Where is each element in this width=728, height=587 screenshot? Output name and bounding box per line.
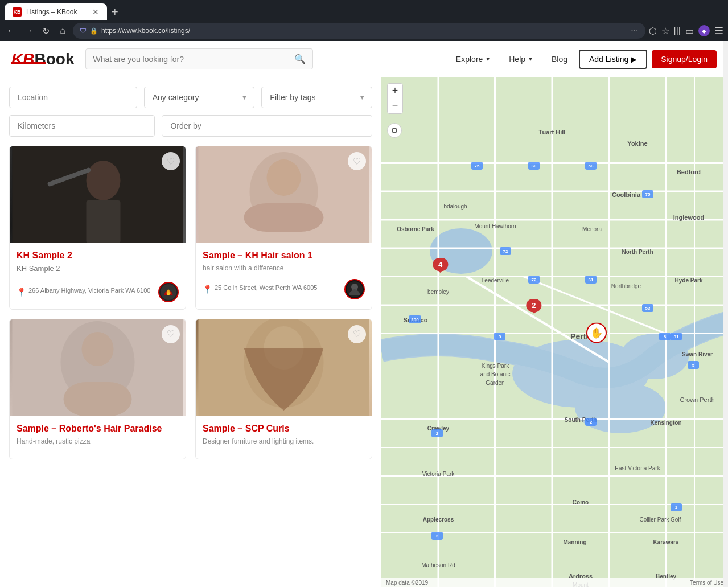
svg-text:61: 61	[589, 277, 594, 282]
marker-bubble-2: 2	[526, 299, 541, 312]
back-button[interactable]: ←	[5, 24, 18, 38]
left-panel: Any category Hair Salons Barbers Nail Sa…	[0, 77, 381, 587]
listing-card-1[interactable]: ♡ KH Sample 2 KH Sample 2 📍 266 Albany H…	[9, 146, 186, 310]
pocket-icon[interactable]: ⬡	[649, 26, 657, 36]
svg-rect-10	[244, 203, 324, 232]
signup-button[interactable]: Signup/Login	[652, 50, 717, 68]
tags-select-wrap[interactable]: Filter by tags Hair Beauty ▼	[261, 87, 372, 108]
svg-text:200: 200	[411, 317, 419, 322]
listing-address-text-1: 266 Albany Highway, Victoria Park WA 610…	[28, 287, 150, 294]
search-bar[interactable]: 🔍	[85, 48, 313, 69]
listing-card-2[interactable]: ♡ Sample – KH Hair salon 1 hair salon wi…	[195, 146, 372, 310]
help-arrow-icon: ▼	[528, 56, 533, 62]
map-container[interactable]: 75 60 56 75 72 72 61	[381, 77, 728, 587]
help-label: Help	[509, 55, 525, 64]
map-svg: 75 60 56 75 72 72 61	[381, 77, 728, 587]
listing-card-3[interactable]: ♡ Sample – Roberto's Hair Paradise Hand-…	[9, 319, 186, 459]
wishlist-button-4[interactable]: ♡	[348, 325, 366, 343]
tab-favicon: KB	[13, 7, 22, 17]
bookmark-icon[interactable]: ☆	[661, 26, 669, 36]
svg-text:Leederville: Leederville	[482, 277, 509, 284]
kilometers-input[interactable]	[9, 115, 155, 137]
search-icon[interactable]: 🔍	[294, 54, 306, 64]
toolbar-icons: ⬡ ☆ ||| ▭ ◆ ☰	[649, 24, 723, 37]
map-marker-4[interactable]: 4	[433, 258, 448, 271]
more-options-icon[interactable]: ···	[631, 26, 638, 36]
order-by-input[interactable]	[162, 115, 372, 137]
signup-label: Signup/Login	[661, 55, 708, 64]
svg-text:Yokine: Yokine	[627, 140, 647, 147]
category-select-wrap[interactable]: Any category Hair Salons Barbers Nail Sa…	[144, 87, 255, 108]
zoom-in-button[interactable]: +	[388, 84, 402, 98]
add-listing-arrow-icon: ▶	[631, 55, 637, 64]
browser-chrome: KB Listings – KBook ✕ + ← → ↻ ⌂ 🛡 🔒 http…	[0, 0, 728, 41]
filter-row-2	[9, 115, 372, 137]
svg-text:bdalough: bdalough	[443, 203, 467, 210]
lock-icon: 🔒	[90, 27, 98, 35]
browser-toolbar: ← → ↻ ⌂ 🛡 🔒 https://www.kbook.co/listing…	[0, 20, 728, 41]
blog-nav-item[interactable]: Blog	[545, 50, 574, 68]
search-input[interactable]	[93, 55, 290, 64]
svg-rect-15	[64, 382, 132, 416]
tab-close-button[interactable]: ✕	[92, 7, 99, 17]
logo-kb: KB	[11, 50, 34, 68]
category-select[interactable]: Any category Hair Salons Barbers Nail Sa…	[144, 87, 255, 108]
wishlist-button-2[interactable]: ♡	[348, 152, 366, 170]
explore-nav-item[interactable]: Explore ▼	[449, 50, 497, 68]
location-input[interactable]	[9, 87, 137, 108]
scrollbar-track[interactable]	[723, 41, 728, 587]
new-tab-button[interactable]: +	[107, 6, 123, 19]
home-button[interactable]: ⌂	[56, 24, 69, 38]
wishlist-button-3[interactable]: ♡	[162, 325, 180, 343]
svg-point-2	[87, 161, 121, 200]
listing-image-1: ♡	[10, 146, 186, 243]
help-nav-item[interactable]: Help ▼	[502, 50, 540, 68]
svg-text:Swan River: Swan River	[682, 351, 713, 358]
svg-text:Bedford: Bedford	[677, 169, 701, 175]
svg-text:Coolbinia: Coolbinia	[612, 191, 641, 198]
tab-bar: KB Listings – KBook ✕ +	[0, 0, 728, 20]
listing-body-4: Sample – SCP Curls Designer furniture an…	[196, 416, 372, 459]
map-marker-2[interactable]: 2	[526, 299, 541, 312]
reload-button[interactable]: ↻	[39, 24, 52, 38]
svg-text:Menora: Menora	[582, 226, 602, 232]
svg-text:72: 72	[532, 277, 537, 282]
svg-text:Karawara: Karawara	[653, 539, 678, 545]
add-listing-button[interactable]: Add Listing ▶	[579, 50, 647, 69]
wishlist-button-1[interactable]: ♡	[162, 152, 180, 170]
logo-book: Book	[34, 50, 74, 68]
listing-card-4[interactable]: ♡ Sample – SCP Curls Designer furniture …	[195, 319, 372, 459]
menu-icon[interactable]: ☰	[714, 24, 723, 37]
map-data-credit: Map data ©2019	[386, 580, 428, 586]
svg-text:✋: ✋	[590, 327, 603, 339]
listing-image-2: ♡	[196, 146, 372, 243]
svg-text:bembley: bembley	[427, 289, 449, 295]
listing-body-1: KH Sample 2 KH Sample 2 📍 266 Albany Hig…	[10, 243, 186, 309]
listing-body-3: Sample – Roberto's Hair Paradise Hand-ma…	[10, 416, 186, 459]
svg-text:✋: ✋	[165, 289, 172, 296]
library-icon[interactable]: |||	[674, 26, 681, 36]
site-header: KBBook 🔍 Explore ▼ Help ▼ Blog Add Listi…	[0, 41, 728, 77]
address-bar[interactable]: 🛡 🔒 https://www.kbook.co/listings/ ···	[73, 23, 645, 39]
url-text: https://www.kbook.co/listings/	[101, 27, 627, 35]
svg-text:2: 2	[436, 431, 439, 436]
listing-avatar-1: ✋	[158, 282, 179, 302]
zoom-out-button[interactable]: −	[388, 98, 402, 113]
map-zoom-controls: + −	[387, 83, 403, 114]
main-content: Any category Hair Salons Barbers Nail Sa…	[0, 77, 728, 587]
header-nav: Explore ▼ Help ▼ Blog Add Listing ▶ Sign…	[449, 50, 717, 69]
map-hand-marker[interactable]: ✋	[586, 323, 607, 347]
sidebar-icon[interactable]: ▭	[685, 26, 694, 36]
map-terms[interactable]: Terms of Use	[690, 580, 723, 586]
svg-text:Crown Perth: Crown Perth	[680, 396, 714, 403]
active-tab[interactable]: KB Listings – KBook ✕	[5, 3, 107, 20]
map-circle-button[interactable]	[387, 123, 402, 138]
svg-text:8: 8	[664, 334, 667, 339]
forward-button[interactable]: →	[22, 24, 35, 38]
listing-subtitle-1: KH Sample 2	[17, 264, 179, 273]
filter-row-1: Any category Hair Salons Barbers Nail Sa…	[9, 87, 372, 108]
svg-text:Matheson Rd: Matheson Rd	[421, 562, 455, 568]
logo[interactable]: KBBook	[11, 50, 74, 68]
profile-icon[interactable]: ◆	[698, 25, 710, 36]
tags-select[interactable]: Filter by tags Hair Beauty	[261, 87, 372, 108]
